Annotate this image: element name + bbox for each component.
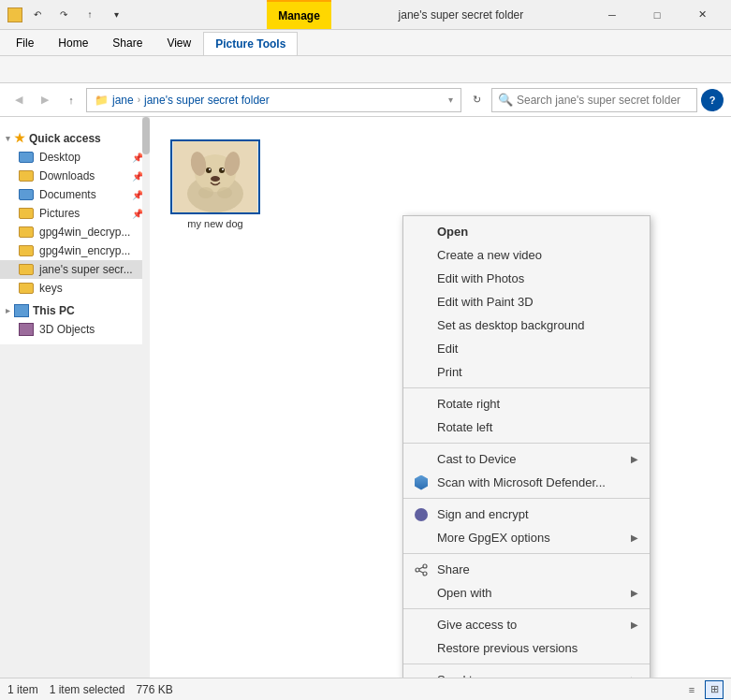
- ctx-create-video[interactable]: Create a new video: [403, 243, 650, 267]
- breadcrumb-jane[interactable]: jane: [112, 94, 134, 107]
- ctx-set-desktop-bg[interactable]: Set as desktop background: [403, 314, 650, 337]
- status-items-count: 1 item: [7, 683, 38, 696]
- svg-point-6: [219, 168, 225, 173]
- ctx-edit-paint3d[interactable]: Edit with Paint 3D: [403, 290, 650, 314]
- file-item[interactable]: my new dog: [168, 136, 262, 233]
- ctx-rotate-left[interactable]: Rotate left: [403, 416, 650, 439]
- sidebar: ▾ ★ Quick access Desktop 📌 Downloads 📌: [0, 117, 150, 344]
- janes-secret-folder-icon: [19, 264, 34, 275]
- ctx-sep-3: [403, 498, 650, 499]
- status-selected-count: 1 item selected: [50, 683, 125, 696]
- sidebar-scrollbar[interactable]: [142, 117, 150, 678]
- ctx-gpgex-arrow-icon: ▶: [631, 532, 638, 543]
- sidebar-header-quick-access[interactable]: ▾ ★ Quick access: [0, 128, 149, 148]
- tab-view[interactable]: View: [154, 30, 203, 55]
- ctx-share[interactable]: Share: [403, 558, 650, 581]
- sidebar-item-3d-label: 3D Objects: [39, 323, 95, 336]
- ctx-sep-6: [403, 664, 650, 664]
- ctx-shield-icon: [413, 474, 430, 491]
- ctx-rotate-right[interactable]: Rotate right: [403, 392, 650, 416]
- tab-file[interactable]: File: [4, 30, 46, 55]
- pictures-folder-icon: [19, 208, 34, 219]
- ctx-open[interactable]: Open: [403, 220, 650, 243]
- ctx-more-gpgex[interactable]: More GpgEX options ▶: [403, 526, 650, 549]
- sidebar-scrollbar-thumb[interactable]: [142, 117, 150, 154]
- chevron-down-icon: ▾: [6, 134, 10, 143]
- svg-point-8: [222, 168, 224, 170]
- ctx-rotate-right-label: Rotate right: [437, 397, 500, 411]
- gpg-decrypt-folder-icon: [19, 226, 34, 238]
- sidebar-item-janes-secret[interactable]: jane's super secr...: [0, 260, 149, 279]
- up-button[interactable]: ↑: [60, 89, 82, 111]
- ctx-set-desktop-bg-label: Set as desktop background: [437, 318, 585, 332]
- svg-line-16: [419, 571, 423, 573]
- ctx-sign-encrypt[interactable]: Sign and encrypt: [403, 503, 650, 526]
- sidebar-item-3d-objects[interactable]: 3D Objects: [0, 320, 149, 339]
- svg-point-9: [211, 176, 220, 182]
- sidebar-header-this-pc[interactable]: ▸ This PC: [0, 301, 149, 320]
- details-view-button[interactable]: ≡: [682, 680, 701, 699]
- folder-icon: [7, 7, 22, 22]
- content-area: my new dog Open Create a new video Edit …: [150, 117, 731, 678]
- help-button[interactable]: ?: [701, 89, 724, 111]
- ctx-sep-2: [403, 443, 650, 444]
- ctx-print[interactable]: Print: [403, 360, 650, 384]
- status-bar-right: ≡ ⊞: [682, 680, 724, 699]
- documents-folder-icon: [19, 189, 34, 200]
- forward-button[interactable]: ▶: [34, 89, 56, 111]
- tab-picture-tools[interactable]: Picture Tools: [203, 32, 298, 55]
- title-bar-left: ↶ ↷ ↑ ▾: [7, 6, 267, 24]
- breadcrumb-folder[interactable]: jane's super secret folder: [144, 94, 270, 107]
- refresh-button[interactable]: ↻: [465, 89, 488, 111]
- ctx-send-to[interactable]: Send to ▶: [403, 668, 650, 678]
- file-name: my new dog: [187, 218, 242, 229]
- sidebar-item-gpg-decrypt[interactable]: gpg4win_decryp...: [0, 223, 149, 241]
- ctx-edit-paint3d-label: Edit with Paint 3D: [437, 295, 534, 309]
- minimize-button[interactable]: ─: [591, 0, 634, 30]
- ctx-open-with[interactable]: Open with ▶: [403, 581, 650, 605]
- gpg-encrypt-folder-icon: [19, 245, 34, 256]
- svg-point-10: [198, 187, 213, 198]
- manage-tab[interactable]: Manage: [267, 0, 331, 29]
- sidebar-item-gpg-encrypt-label: gpg4win_encryp...: [39, 244, 130, 257]
- ctx-give-access-arrow-icon: ▶: [631, 620, 638, 630]
- ctx-scan-defender[interactable]: Scan with Microsoft Defender...: [403, 471, 650, 494]
- address-path[interactable]: 📁 jane › jane's super secret folder ▾: [86, 88, 461, 112]
- status-file-size: 776 KB: [136, 683, 172, 696]
- ctx-restore-versions-label: Restore previous versions: [437, 641, 577, 655]
- close-button[interactable]: ✕: [680, 0, 724, 30]
- search-input[interactable]: [517, 94, 691, 107]
- quick-access-toolbar-up[interactable]: ↑: [79, 6, 101, 24]
- tab-home[interactable]: Home: [46, 30, 100, 55]
- sidebar-item-pictures-label: Pictures: [39, 207, 80, 220]
- quick-access-toolbar-undo[interactable]: ↶: [26, 6, 49, 24]
- this-pc-label: This PC: [33, 304, 75, 317]
- window-title: jane's super secret folder: [331, 8, 591, 22]
- quick-access-toolbar-expand[interactable]: ▾: [105, 6, 127, 24]
- search-box[interactable]: 🔍: [491, 88, 697, 112]
- sidebar-item-gpg-encrypt[interactable]: gpg4win_encryp...: [0, 241, 149, 260]
- ctx-give-access[interactable]: Give access to ▶: [403, 613, 650, 636]
- sidebar-item-documents[interactable]: Documents 📌: [0, 185, 149, 204]
- sidebar-item-gpg-decrypt-label: gpg4win_decryp...: [39, 226, 130, 239]
- ctx-restore-versions[interactable]: Restore previous versions: [403, 636, 650, 660]
- back-button[interactable]: ◀: [7, 89, 30, 111]
- large-icon-view-button[interactable]: ⊞: [705, 680, 724, 699]
- svg-point-5: [206, 168, 212, 173]
- svg-point-14: [423, 572, 427, 576]
- ctx-edit-photos[interactable]: Edit with Photos: [403, 267, 650, 290]
- ctx-send-to-label: Send to: [437, 673, 479, 678]
- address-dropdown-icon[interactable]: ▾: [448, 95, 453, 105]
- sidebar-item-keys[interactable]: keys: [0, 279, 149, 298]
- sidebar-item-desktop[interactable]: Desktop 📌: [0, 148, 149, 167]
- sidebar-item-pictures[interactable]: Pictures 📌: [0, 204, 149, 223]
- tab-share[interactable]: Share: [100, 30, 154, 55]
- ctx-cast-device[interactable]: Cast to Device ▶: [403, 447, 650, 471]
- ctx-edit[interactable]: Edit: [403, 337, 650, 360]
- maximize-button[interactable]: □: [636, 0, 679, 30]
- sidebar-item-downloads[interactable]: Downloads 📌: [0, 167, 149, 185]
- ctx-print-label: Print: [437, 365, 462, 379]
- breadcrumb-separator: ›: [138, 95, 140, 105]
- quick-access-toolbar-redo[interactable]: ↷: [52, 6, 75, 24]
- file-thumbnail: [170, 139, 260, 214]
